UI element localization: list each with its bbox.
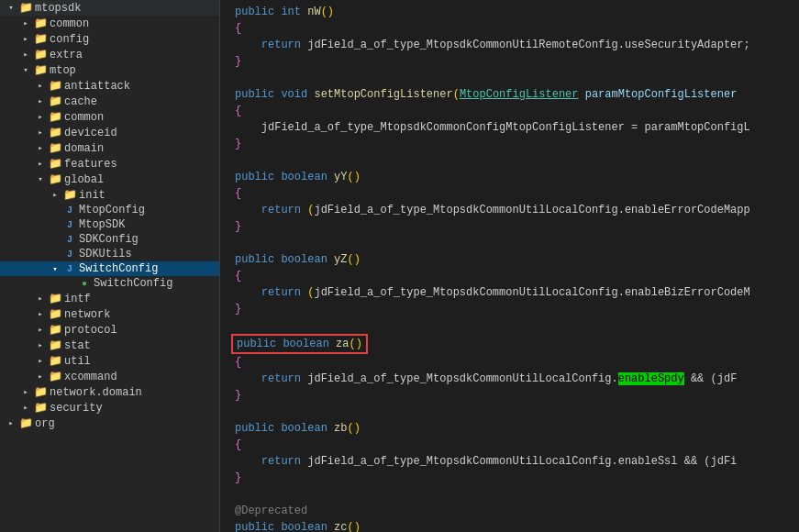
sidebar-item-global[interactable]: ▾ 📁 global [0,172,219,187]
folder-icon: 📁 [48,307,62,321]
sidebar-item-stat[interactable]: ▸ 📁 stat [0,338,219,353]
sidebar-item-protocol[interactable]: ▸ 📁 protocol [0,322,219,338]
method-zc: @Deprecated public boolean zc() { return… [235,503,784,532]
sidebar-item-label: MtopSDK [79,218,125,231]
expander-icon: ▸ [48,249,62,260]
expander-icon: ▸ [18,34,33,44]
code-content: public int nW() { return jdField_a_of_ty… [220,0,799,532]
expander-icon: ▾ [4,3,18,13]
folder-icon: 📁 [48,172,62,186]
method-yY: public boolean yY() { return (jdField_a_… [235,169,784,235]
expander-icon: ▸ [48,190,62,200]
sidebar-item-features[interactable]: ▸ 📁 features [0,156,219,172]
folder-icon: 📁 [48,126,62,139]
sidebar-item-MtopSDK[interactable]: ▸ J MtopSDK [0,217,219,232]
expander-icon: ▸ [4,418,18,428]
sidebar-item-org[interactable]: ▸ 📁 org [0,416,219,431]
expander-icon: ▸ [33,96,48,106]
sidebar-item-label: global [64,173,104,186]
sidebar-item-mtop[interactable]: ▾ 📁 mtop [0,62,219,78]
sidebar-item-antiattack[interactable]: ▸ 📁 antiattack [0,78,219,94]
sidebar-item-label: util [64,355,91,368]
sidebar-item-network-domain[interactable]: ▸ 📁 network.domain [0,384,219,400]
folder-icon: 📁 [33,32,48,46]
file-tree[interactable]: ▾ 📁 mtopsdk ▸ 📁 common ▸ 📁 config ▸ 📁 ex… [0,0,220,532]
sidebar-item-intf[interactable]: ▸ 📁 intf [0,291,219,306]
expander-icon: ▾ [18,65,33,75]
method-nW: public int nW() { return jdField_a_of_ty… [235,4,784,70]
sidebar-item-init[interactable]: ▸ 📁 init [0,187,219,203]
sidebar-item-extra[interactable]: ▸ 📁 extra [0,47,219,62]
folder-icon: 📁 [48,141,62,155]
sidebar-item-SwitchConfig-class[interactable]: ▸ ● SwitchConfig [0,276,219,291]
folder-icon: 📁 [48,292,62,305]
expander-icon: ▸ [18,50,33,60]
sidebar-item-label: mtop [50,64,76,77]
sidebar-item-SwitchConfig[interactable]: ▾ J SwitchConfig [0,261,219,276]
expander-icon: ▸ [33,371,48,382]
sidebar-item-label: features [64,158,117,171]
sidebar-item-label: MtopConfig [79,204,145,216]
sidebar-item-util[interactable]: ▸ 📁 util [0,353,219,369]
class-icon: ● [77,279,92,289]
sidebar-item-label: extra [50,49,83,61]
sidebar-item-label: common [64,111,104,124]
sidebar-item-label: SwitchConfig [94,277,172,290]
folder-icon: 📁 [48,370,62,383]
sidebar-item-label: network.domain [50,386,142,399]
expander-icon: ▸ [33,309,48,319]
java-icon: J [62,205,77,216]
sidebar-item-security[interactable]: ▸ 📁 security [0,400,219,416]
sidebar-item-deviceid[interactable]: ▸ 📁 deviceid [0,125,219,140]
sidebar-item-label: intf [64,293,91,305]
folder-icon: 📁 [62,188,77,202]
folder-icon: 📁 [48,354,62,368]
expander-icon: ▾ [33,174,48,184]
sidebar-item-SDKConfig[interactable]: ▸ J SDKConfig [0,232,219,247]
expander-icon: ▸ [62,279,77,289]
expander-icon: ▸ [18,18,33,28]
sidebar-item-MtopConfig[interactable]: ▸ J MtopConfig [0,203,219,217]
folder-icon: 📁 [33,401,48,415]
sidebar-item-label: SDKConfig [79,233,139,246]
expander-icon: ▸ [33,112,48,122]
sidebar-item-SDKUtils[interactable]: ▸ J SDKUtils [0,247,219,261]
sidebar-item-domain[interactable]: ▸ 📁 domain [0,140,219,156]
sidebar-item-label: antiattack [64,80,130,93]
sidebar-item-common[interactable]: ▸ 📁 common [0,16,219,31]
sidebar-item-common2[interactable]: ▸ 📁 common [0,109,219,125]
folder-icon: 📁 [48,110,62,124]
sidebar-item-label: SDKUtils [79,248,132,260]
sidebar-item-label: org [35,417,55,430]
expander-icon: ▸ [48,235,62,245]
expander-icon: ▸ [33,143,48,153]
folder-icon: 📁 [48,79,62,93]
sidebar-item-label: mtopsdk [35,2,81,15]
sidebar-item-label: network [64,308,110,321]
expander-icon: ▸ [33,159,48,169]
sidebar-item-label: xcommand [64,371,117,383]
expander-icon: ▾ [48,264,62,274]
code-editor[interactable]: public int nW() { return jdField_a_of_ty… [220,0,799,532]
expander-icon: ▸ [48,205,62,216]
expander-icon: ▸ [33,340,48,350]
folder-icon: 📁 [48,323,62,337]
folder-icon: 📁 [48,157,62,171]
folder-icon: 📁 [48,94,62,108]
expander-icon: ▸ [33,325,48,335]
folder-icon: 📁 [18,416,33,430]
sidebar-item-label: protocol [64,324,117,337]
sidebar-item-network[interactable]: ▸ 📁 network [0,306,219,322]
sidebar-item-xcommand[interactable]: ▸ 📁 xcommand [0,369,219,384]
sidebar-item-cache[interactable]: ▸ 📁 cache [0,94,219,109]
sidebar-item-mtopsdk[interactable]: ▾ 📁 mtopsdk [0,0,219,16]
expander-icon: ▸ [33,356,48,366]
expander-icon: ▸ [33,294,48,304]
sidebar-item-label: SwitchConfig [79,262,158,275]
java-icon: J [62,249,77,260]
sidebar-item-label: security [50,402,103,415]
folder-icon: 📁 [18,1,33,15]
sidebar-item-config[interactable]: ▸ 📁 config [0,31,219,47]
sidebar-item-label: domain [64,142,104,155]
expander-icon: ▸ [18,387,33,397]
